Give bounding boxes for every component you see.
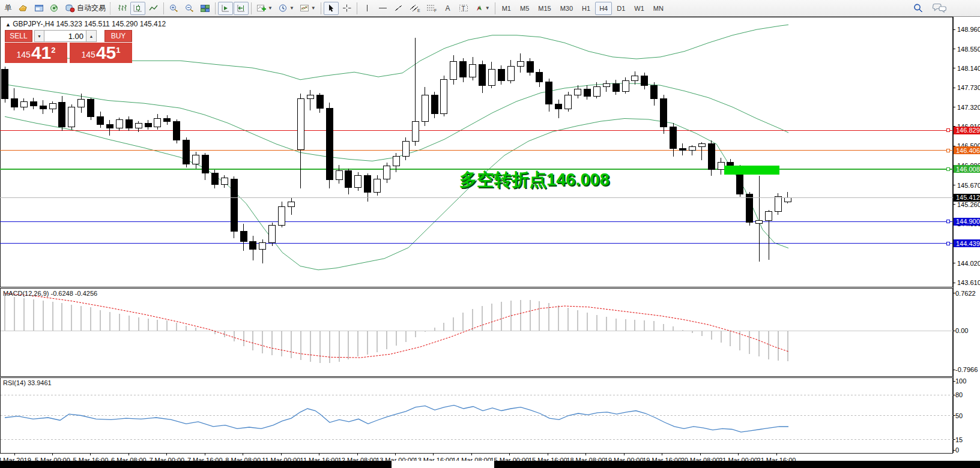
timeframe-m1[interactable]: M1	[498, 2, 515, 15]
timeframe-m30[interactable]: M30	[556, 2, 577, 15]
bull-candle	[517, 62, 524, 67]
buy-button[interactable]: BUY	[104, 30, 132, 42]
bull-candle	[689, 147, 695, 151]
vertical-line-tool-button[interactable]	[360, 2, 375, 15]
toolbar-separator	[251, 2, 252, 14]
timeframe-mn[interactable]: MN	[649, 2, 668, 15]
timeframe-h4[interactable]: H4	[595, 2, 612, 15]
arrows-tool-button[interactable]: ▼	[471, 2, 492, 15]
timeframe-m5[interactable]: M5	[516, 2, 533, 15]
candlestick-chart-type-button[interactable]	[130, 2, 145, 15]
macd-indicator-label: MACD(12,26,9) -0.6248 -0.4256	[3, 290, 97, 297]
rsi-indicator-label: RSI(14) 33.9461	[3, 379, 52, 386]
svg-text:145.412: 145.412	[956, 194, 980, 201]
crosshair-icon	[342, 4, 352, 13]
chart-shift-button[interactable]	[234, 2, 249, 15]
bull-candle	[412, 121, 419, 141]
bull-candle	[470, 65, 476, 77]
new-order-button-partial[interactable]: 单	[1, 2, 15, 15]
signal-icon[interactable]	[47, 2, 62, 15]
zoom-in-button[interactable]	[166, 2, 181, 15]
timeframe-m15[interactable]: M15	[534, 2, 555, 15]
chart-title-bar: ▲ GBPJPY-,H4 145.323 145.511 145.290 145…	[5, 20, 166, 28]
gold-book-icon	[18, 4, 28, 13]
cursor-tool-button[interactable]	[324, 2, 339, 15]
sell-button[interactable]: SELL	[5, 30, 32, 42]
chart-canvas[interactable]: 148.960148.550148.140147.730147.320146.9…	[0, 17, 980, 461]
macd-pane	[1, 289, 953, 377]
add-indicator-button[interactable]: ▼	[254, 2, 275, 15]
hline-handle	[946, 220, 949, 223]
templates-button[interactable]: ▼	[297, 2, 318, 15]
volume-input[interactable]	[44, 30, 86, 42]
tile-windows-icon	[200, 4, 210, 13]
bear-candle	[670, 127, 677, 148]
bull-candle	[336, 170, 342, 180]
market-watch-icon[interactable]	[16, 2, 31, 15]
bear-candle	[746, 194, 753, 223]
buy-price-box[interactable]: 145 45 1	[70, 43, 132, 63]
time-label: 13 Mar 16:00	[414, 457, 453, 461]
sell-price-big: 41	[31, 44, 51, 62]
volume-up-button[interactable]: ▲	[86, 30, 97, 42]
line-chart-type-button[interactable]	[146, 2, 161, 15]
bull-candle	[593, 87, 600, 97]
timeframe-w1[interactable]: W1	[630, 2, 649, 15]
autotrade-button[interactable]: 自动交易	[62, 2, 108, 15]
bull-candle	[507, 67, 514, 81]
bull-candle	[698, 143, 705, 147]
toolbar-separator	[495, 2, 495, 14]
template-icon	[300, 4, 310, 13]
terminal-window-icon[interactable]	[31, 2, 46, 15]
bear-candle	[555, 104, 562, 109]
text-tool-button[interactable]: A	[440, 2, 455, 15]
bull-candle	[450, 62, 457, 80]
bull-candle	[488, 69, 495, 85]
vertical-line-icon	[362, 4, 372, 13]
bear-candle	[40, 106, 46, 109]
horizontal-line-tool-button[interactable]	[375, 2, 390, 15]
periods-button[interactable]: ▼	[276, 2, 297, 15]
time-label: 11 Mar 00:00	[262, 457, 300, 461]
bull-candle	[441, 80, 447, 114]
chat-icon[interactable]	[932, 3, 948, 13]
label-tool-button[interactable]: T	[456, 2, 471, 15]
volume-down-button[interactable]: ▼	[34, 30, 44, 42]
toolbar-grip	[110, 2, 113, 14]
chevron-down-icon: ▼	[311, 5, 316, 11]
bear-candle	[250, 242, 256, 250]
svg-text:100: 100	[955, 377, 966, 385]
timeframe-d1[interactable]: D1	[612, 2, 629, 15]
crosshair-tool-button[interactable]	[339, 2, 354, 15]
chart-collapse-icon[interactable]: ▲	[5, 22, 11, 28]
sell-price-box[interactable]: 145 41 2	[5, 43, 67, 63]
svg-text:148.550: 148.550	[957, 46, 980, 53]
bear-candle	[679, 148, 686, 150]
svg-text:0.00: 0.00	[955, 327, 968, 334]
bar-chart-type-button[interactable]	[115, 2, 130, 15]
search-icon[interactable]	[913, 3, 924, 13]
tile-windows-button[interactable]	[198, 2, 213, 15]
bear-candle	[431, 95, 438, 114]
fibonacci-tool-button[interactable]: F	[423, 2, 440, 15]
zoom-out-button[interactable]	[182, 2, 197, 15]
bull-candle	[68, 107, 75, 127]
bull-candle	[718, 162, 724, 170]
time-label: 21 Mar 00:00	[719, 457, 758, 461]
time-label: 8 Mar 08:00	[225, 457, 261, 461]
bull-candle	[756, 220, 763, 224]
bear-candle	[59, 103, 65, 127]
bull-candle	[297, 98, 304, 149]
one-click-trading-panel: SELL ▼ ▲ BUY 145 41 2 145 45 1	[5, 30, 132, 63]
timeframe-buttons: M1M5M15M30H1H4D1W1MN	[498, 2, 668, 15]
fibo-letter: F	[434, 8, 437, 13]
svg-text:147.320: 147.320	[957, 104, 980, 111]
bear-candle	[498, 69, 504, 80]
channel-tool-button[interactable]: E	[407, 2, 423, 15]
bull-candle	[393, 157, 399, 166]
timeframe-h1[interactable]: H1	[578, 2, 594, 15]
arrows-icon	[474, 4, 484, 13]
trendline-tool-button[interactable]	[391, 2, 406, 15]
auto-scroll-button[interactable]	[218, 2, 233, 15]
bear-candle	[183, 140, 190, 164]
